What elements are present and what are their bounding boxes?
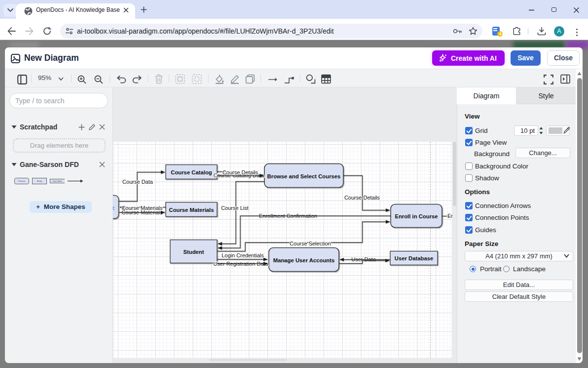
svg-text:User Database: User Database bbox=[395, 255, 434, 261]
svg-text:Course Catalog: Course Catalog bbox=[171, 169, 212, 175]
svg-text:Course Materials: Course Materials bbox=[169, 207, 214, 213]
svg-text:Enroll in Course: Enroll in Course bbox=[395, 213, 438, 219]
svg-text:Course Data: Course Data bbox=[122, 179, 153, 185]
svg-text:Er: Er bbox=[447, 213, 453, 219]
svg-text:Student: Student bbox=[183, 249, 204, 255]
svg-text:Course List: Course List bbox=[221, 205, 249, 211]
svg-text:Login Credentials: Login Credentials bbox=[221, 252, 264, 258]
svg-text:t:: t: bbox=[113, 205, 115, 211]
svg-text:Course Details: Course Details bbox=[222, 169, 258, 175]
svg-text:Course Details: Course Details bbox=[344, 195, 380, 201]
svg-text:Course Materials: Course Materials bbox=[121, 205, 163, 211]
svg-text:Manage User Accounts: Manage User Accounts bbox=[273, 257, 335, 263]
svg-text:Course Selection: Course Selection bbox=[290, 241, 331, 246]
svg-text:Browse and Select Courses: Browse and Select Courses bbox=[267, 173, 341, 179]
